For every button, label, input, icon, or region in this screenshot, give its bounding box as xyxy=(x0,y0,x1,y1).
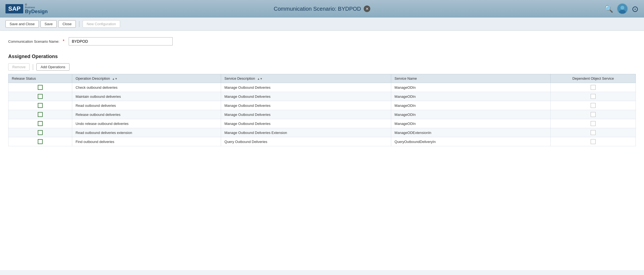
save-button[interactable]: Save xyxy=(40,20,57,28)
dependent-object-service-cell xyxy=(551,110,636,119)
operation-description-cell: Maintain outbound deliveries xyxy=(72,92,221,101)
sap-bydesign-brand: ® Business ByDesign xyxy=(25,3,48,15)
release-status-cell xyxy=(8,110,72,119)
table-row: Check outbound deliveries Manage Outboun… xyxy=(8,83,636,92)
sap-logo: SAP ® Business ByDesign xyxy=(5,3,48,15)
release-status-checkbox[interactable] xyxy=(38,85,43,90)
service-name-cell: ManageODIn xyxy=(391,83,551,92)
service-name-cell: ManageODIn xyxy=(391,92,551,101)
operation-description-cell: Find outbound deliveries xyxy=(72,137,221,146)
release-status-cell xyxy=(8,137,72,146)
save-and-close-button[interactable]: Save and Close xyxy=(5,20,39,28)
dependent-object-service-cell xyxy=(551,92,636,101)
ops-toolbar-separator xyxy=(33,64,33,70)
service-name-cell: ManageODIn xyxy=(391,110,551,119)
header-actions: 🔍 ⊙ xyxy=(604,3,639,14)
operation-description-cell: Read outbound deliveries extension xyxy=(72,128,221,137)
operation-description-cell: Check outbound deliveries xyxy=(72,83,221,92)
release-status-cell xyxy=(8,92,72,101)
required-indicator: * xyxy=(63,39,64,44)
service-description-cell: Manage Outbound Deliveries Extension xyxy=(221,128,391,137)
col-header-service-description[interactable]: Service Description ▲▼ xyxy=(221,74,391,83)
sap-logo-text: SAP xyxy=(5,4,23,13)
dependent-object-service-cell xyxy=(551,119,636,128)
release-status-checkbox[interactable] xyxy=(38,121,43,126)
toolbar-separator xyxy=(79,21,79,27)
operation-description-cell: Release outbound deliveries xyxy=(72,110,221,119)
col-header-service-name: Service Name xyxy=(391,74,551,83)
table-row: Read outbound deliveries extension Manag… xyxy=(8,128,636,137)
add-operations-button[interactable]: Add Operations xyxy=(36,63,69,71)
service-name-cell: ManageODIn xyxy=(391,101,551,110)
operation-description-cell: Read outbound deliveries xyxy=(72,101,221,110)
dependent-service-checkbox[interactable] xyxy=(591,121,596,126)
new-configuration-button[interactable]: New Configuration xyxy=(83,20,120,28)
release-status-cell xyxy=(8,128,72,137)
service-name-cell: ManageODIn xyxy=(391,119,551,128)
service-description-cell: Manage Outbound Deliveries xyxy=(221,83,391,92)
dependent-service-checkbox[interactable] xyxy=(591,112,596,117)
svg-point-1 xyxy=(620,6,624,10)
table-row: Maintain outbound deliveries Manage Outb… xyxy=(8,92,636,101)
col-header-operation-description[interactable]: Operation Description ▲▼ xyxy=(72,74,221,83)
operation-description-cell: Undo release outbound deliveries xyxy=(72,119,221,128)
release-status-cell xyxy=(8,83,72,92)
service-name-cell: QueryOutboundDeliveryIn xyxy=(391,137,551,146)
dependent-service-checkbox[interactable] xyxy=(591,130,596,135)
dependent-service-checkbox[interactable] xyxy=(591,139,596,144)
registered-mark: ® xyxy=(25,3,48,6)
header-title-text: Communication Scenario: BYDPOD xyxy=(274,6,361,12)
service-description-cell: Manage Outbound Deliveries xyxy=(221,92,391,101)
dependent-service-checkbox[interactable] xyxy=(591,103,596,108)
release-status-checkbox[interactable] xyxy=(38,139,43,144)
main-content: Communication Scenario Name: * Assigned … xyxy=(0,31,644,270)
dependent-object-service-cell xyxy=(551,83,636,92)
table-row: Release outbound deliveries Manage Outbo… xyxy=(8,110,636,119)
col-header-dependent-object-service: Dependent Object Service xyxy=(551,74,636,83)
title-close-button[interactable]: ✕ xyxy=(364,5,370,12)
table-header-row: Release Status Operation Description ▲▼ … xyxy=(8,74,636,83)
service-description-cell: Query Outbound Deliveries xyxy=(221,137,391,146)
release-status-cell xyxy=(8,119,72,128)
service-description-cell: Manage Outbound Deliveries xyxy=(221,101,391,110)
app-header: SAP ® Business ByDesign Communication Sc… xyxy=(0,0,644,18)
dependent-service-checkbox[interactable] xyxy=(591,85,596,90)
search-icon[interactable]: 🔍 xyxy=(604,5,613,13)
release-status-checkbox[interactable] xyxy=(38,130,43,135)
table-row: Read outbound deliveries Manage Outbound… xyxy=(8,101,636,110)
form-name-label: Communication Scenario Name: xyxy=(8,39,59,44)
dependent-service-checkbox[interactable] xyxy=(591,94,596,99)
operations-toolbar: Remove Add Operations xyxy=(8,63,636,71)
sort-icon-operation: ▲▼ xyxy=(112,77,118,80)
dependent-object-service-cell xyxy=(551,128,636,137)
remove-button[interactable]: Remove xyxy=(8,63,30,71)
release-status-checkbox[interactable] xyxy=(38,103,43,108)
bydesign-label: ByDesign xyxy=(25,9,48,15)
dependent-object-service-cell xyxy=(551,137,636,146)
main-toolbar: Save and Close Save Close New Configurat… xyxy=(0,18,644,31)
sort-icon-service-desc: ▲▼ xyxy=(257,77,263,80)
release-status-checkbox[interactable] xyxy=(38,94,43,99)
header-title: Communication Scenario: BYDPOD ✕ xyxy=(274,5,370,12)
form-name-row: Communication Scenario Name: * xyxy=(8,37,636,45)
scenario-name-input[interactable] xyxy=(69,37,173,45)
user-avatar[interactable] xyxy=(617,3,628,14)
dependent-object-service-cell xyxy=(551,101,636,110)
table-row: Find outbound deliveries Query Outbound … xyxy=(8,137,636,146)
table-row: Undo release outbound deliveries Manage … xyxy=(8,119,636,128)
service-description-cell: Manage Outbound Deliveries xyxy=(221,119,391,128)
service-description-cell: Manage Outbound Deliveries xyxy=(221,110,391,119)
service-name-cell: ManageODExtensionIn xyxy=(391,128,551,137)
help-icon[interactable]: ⊙ xyxy=(632,4,639,14)
col-header-release-status: Release Status xyxy=(8,74,72,83)
release-status-checkbox[interactable] xyxy=(38,112,43,117)
release-status-cell xyxy=(8,101,72,110)
section-title: Assigned Operations xyxy=(8,54,636,59)
operations-table: Release Status Operation Description ▲▼ … xyxy=(8,74,636,146)
close-button[interactable]: Close xyxy=(58,20,76,28)
